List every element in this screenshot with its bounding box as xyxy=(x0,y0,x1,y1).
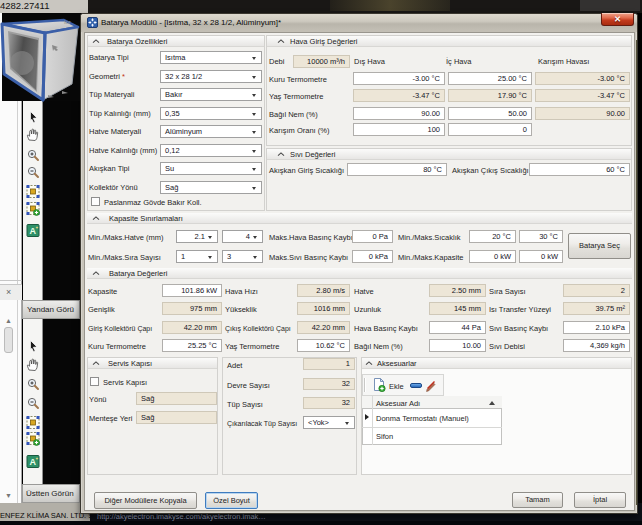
svg-text:lor: lor xyxy=(64,19,71,25)
